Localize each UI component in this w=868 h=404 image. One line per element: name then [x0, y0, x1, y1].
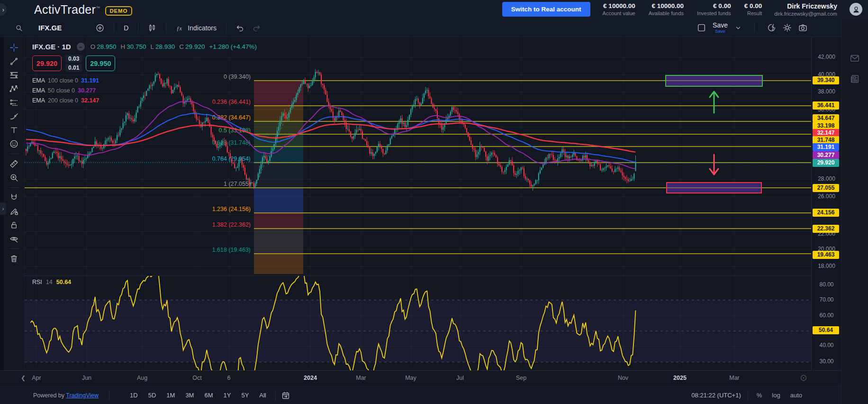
indicator-name: EMA — [32, 87, 45, 94]
axis-settings-icon[interactable] — [800, 374, 807, 382]
redo-button[interactable] — [248, 22, 264, 34]
price-badge: 39.340 — [813, 76, 839, 84]
news-panel-button[interactable] — [850, 74, 860, 84]
ema-200-legend-row[interactable]: EMA200 close 032.147 — [32, 96, 257, 104]
stat-label: Account value — [603, 10, 635, 17]
stat-label: Invested funds — [697, 10, 731, 17]
chart-type-button[interactable] — [144, 22, 160, 34]
time-axis[interactable]: ❮ AprJunAugOct62024MarMayJulSepNov2025Ma… — [0, 370, 841, 386]
lock-all-tool[interactable] — [7, 218, 22, 232]
scale-button-auto[interactable]: auto — [788, 391, 804, 400]
layout-square-icon — [697, 23, 706, 32]
svg-text:ƒx: ƒx — [177, 25, 182, 31]
range-button-3m[interactable]: 3M — [182, 390, 197, 400]
price-badge: 36.441 — [813, 101, 839, 110]
add-symbol-button[interactable] — [92, 22, 108, 34]
ema-50-legend-row[interactable]: EMA50 close 030.277 — [32, 86, 257, 94]
layout-square-icon[interactable] — [697, 23, 706, 32]
alert-lightning-icon[interactable] — [767, 23, 776, 32]
snapshot-camera-icon[interactable] — [798, 23, 807, 32]
avatar[interactable] — [850, 3, 862, 16]
ema-lines — [25, 101, 811, 168]
redo-icon — [252, 24, 261, 32]
projection-tool[interactable] — [7, 96, 22, 110]
price-badge: 27.055 — [813, 184, 839, 192]
scale-button-log[interactable]: log — [770, 391, 782, 400]
go-to-date-icon — [281, 391, 290, 400]
fib-band — [254, 254, 303, 274]
trend-line-tool[interactable] — [7, 55, 22, 68]
range-button-5y[interactable]: 5Y — [238, 390, 252, 400]
cursor-tool[interactable] — [7, 41, 22, 55]
ema-100-legend-row[interactable]: EMA100 close 031.191 — [32, 76, 257, 84]
user-info: Dirk Friczewsky dirk.friczewsky@gmail.co… — [774, 2, 837, 17]
brush-icon — [9, 112, 18, 121]
save-layout-button[interactable]: Save Save — [713, 22, 728, 34]
collapse-legend-button[interactable]: – — [77, 43, 85, 51]
clock-label: 08:21:22 (UTC+1) — [691, 392, 741, 399]
switch-to-real-account-button[interactable]: Switch to Real account — [502, 2, 590, 17]
remove-drawings-tool[interactable] — [7, 252, 22, 266]
drawing-toolbar — [4, 37, 25, 386]
price-axis-label: 38.000 — [812, 88, 841, 95]
time-axis-label: 2025 — [666, 375, 694, 381]
time-axis-label: Oct — [183, 375, 211, 381]
price-axis-label: 42.000 — [812, 54, 841, 60]
emoji-tool[interactable] — [7, 137, 22, 151]
zoom-in-tool[interactable] — [7, 171, 22, 184]
hide-drawings-tool[interactable] — [7, 232, 22, 246]
emoji-icon — [9, 139, 18, 148]
chevron-down-icon[interactable] — [734, 24, 742, 32]
price-axis-label: 80.00 — [812, 281, 841, 288]
undo-button[interactable] — [232, 22, 248, 34]
stat-label: Available funds — [649, 10, 684, 17]
range-button-5d[interactable]: 5D — [145, 390, 160, 400]
magnet-tool[interactable] — [7, 191, 22, 204]
draw-lock-icon — [9, 207, 18, 216]
collapse-header-handle[interactable]: › — [0, 3, 7, 16]
text-tool[interactable] — [7, 123, 22, 137]
undo-icon — [236, 24, 244, 32]
buy-ask-button[interactable]: 29.950 — [86, 55, 115, 71]
pattern-tool[interactable] — [7, 82, 22, 96]
price-axis[interactable]: 42.00040.00038.00036.00028.00026.00022.0… — [811, 37, 841, 386]
tradingview-link[interactable]: TradingView — [66, 392, 99, 399]
indicators-button[interactable]: ƒx Indicators — [172, 22, 220, 34]
pattern-icon — [9, 84, 18, 93]
price-axis-label: 60.00 — [812, 312, 841, 319]
gear-icon[interactable] — [783, 23, 792, 32]
measure-tool[interactable] — [7, 157, 22, 171]
mail-panel-button[interactable] — [850, 53, 860, 63]
price-chart-canvas[interactable]: 0 (39.340)0.236 (36.441)0.382 (34.647)0.… — [0, 0, 868, 404]
indicator-value: 30.277 — [78, 87, 96, 94]
axis-settings-icon — [800, 374, 807, 382]
range-button-6m[interactable]: 6M — [201, 390, 216, 400]
range-button-all[interactable]: All — [256, 390, 269, 400]
redo-icon — [252, 24, 261, 32]
price-badge: 31.191 — [813, 143, 839, 151]
price-axis-label: 26.000 — [812, 193, 841, 200]
price-badge: 24.156 — [813, 209, 839, 217]
scale-button-%[interactable]: % — [755, 391, 764, 400]
logo-text: ActivTrader — [34, 3, 96, 16]
sell-bid-button[interactable]: 29.920 — [32, 55, 62, 71]
brush-tool[interactable] — [7, 110, 22, 123]
range-button-1y[interactable]: 1Y — [220, 390, 235, 400]
fibonacci-tool[interactable] — [7, 68, 22, 82]
forecast-icon — [9, 98, 18, 107]
down-arrow-drawing[interactable] — [710, 155, 718, 174]
zoom-in-icon — [9, 173, 18, 182]
range-button-1m[interactable]: 1M — [163, 390, 178, 400]
chart-toolbar: IFX.GE D ƒx Indicators — [0, 19, 868, 37]
go-to-date-icon[interactable] — [281, 391, 290, 400]
support-zone-rect[interactable] — [667, 183, 761, 193]
range-button-1d[interactable]: 1D — [127, 390, 141, 400]
scale-mode-buttons: %logauto — [755, 391, 804, 400]
interval-button[interactable]: D — [120, 22, 132, 34]
resistance-zone-rect[interactable] — [666, 75, 762, 86]
drawing-lock-tool[interactable] — [7, 204, 22, 218]
expand-watchlist-handle[interactable]: › — [0, 202, 6, 215]
indicator-params: 100 close 0 — [48, 77, 78, 84]
symbol-search-button[interactable]: IFX.GE — [11, 22, 65, 34]
fx-icon: ƒx — [176, 24, 184, 32]
